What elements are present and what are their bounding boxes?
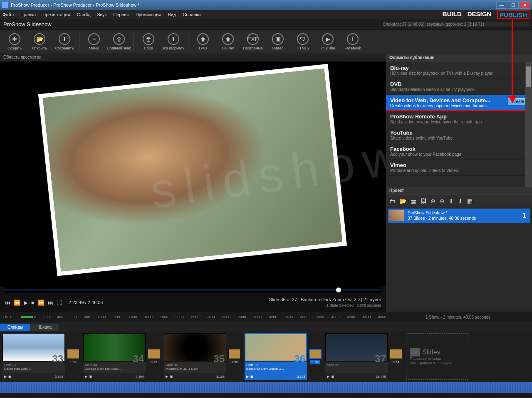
- toolbar-Blu-ray[interactable]: ◉Blu-ray: [216, 31, 240, 53]
- menu-view[interactable]: Вид: [168, 12, 176, 17]
- toolbar-icon: ⬆: [168, 33, 179, 45]
- toolbar-Все форматы[interactable]: ⬆Все форматы: [161, 31, 186, 53]
- scrubber[interactable]: [5, 287, 381, 293]
- scrubber-handle[interactable]: [336, 287, 341, 292]
- menu-presentation[interactable]: Презентация: [42, 12, 70, 17]
- stop-button[interactable]: ■: [31, 300, 35, 306]
- layers-icon[interactable]: ▣: [331, 375, 334, 378]
- timeline[interactable]: Slide 33Depth Pan Dark 233 ▶▣3.1681.32 S…: [0, 331, 532, 382]
- scrollbar-thumb[interactable]: [526, 66, 531, 87]
- tab-slides[interactable]: Слайды: [0, 324, 30, 331]
- mode-publish[interactable]: PUBLISH: [497, 10, 530, 19]
- proj-down-icon[interactable]: ⬇: [458, 198, 463, 204]
- minimize-button[interactable]: —: [496, 1, 507, 9]
- transition[interactable]: 0.54: [388, 333, 404, 380]
- transition[interactable]: 1.32: [307, 333, 324, 380]
- play-icon[interactable]: ▶: [246, 375, 249, 378]
- toolbar-YouTube[interactable]: ▶YouTube: [316, 31, 340, 53]
- dropzone[interactable]: ABSlidesПеретащите сюдафотографию или ви…: [406, 333, 468, 380]
- transition-icon: [148, 349, 160, 359]
- toolbar-HTML5[interactable]: 🛡HTML5: [291, 31, 315, 53]
- publish-item[interactable]: DVDStandard definition video disc for TV…: [386, 79, 532, 95]
- preview-area[interactable]: slidshow: [0, 61, 386, 287]
- toolbar-Водяной знак[interactable]: ◎Водяной знак: [107, 31, 131, 53]
- proj-grid-icon[interactable]: ▦: [467, 198, 473, 204]
- play-icon[interactable]: ▶: [4, 375, 7, 378]
- proj-remove-icon[interactable]: ⊖: [440, 198, 445, 204]
- project-item-num: 1: [522, 212, 529, 219]
- rewind-button[interactable]: ⏪: [14, 300, 20, 306]
- mode-design[interactable]: DESIGN: [468, 10, 492, 19]
- menu-bar: Файл Правка Презентация Слайд Звук Серви…: [0, 10, 532, 19]
- titlebar: ProShow Producer - ProShow Producer - Pr…: [0, 0, 532, 10]
- ruler-label: DVD: [3, 315, 20, 319]
- proj-new-icon[interactable]: 🗀: [389, 198, 395, 204]
- toolbar-Видео[interactable]: ▣Видео: [266, 31, 290, 53]
- mode-build[interactable]: BUILD: [443, 10, 462, 19]
- slide-bottom: ▶▣3.168: [2, 373, 65, 380]
- go-end-button[interactable]: ⏭: [48, 300, 53, 306]
- toolbar-icon: 🗑: [143, 33, 154, 45]
- transition[interactable]: 1.32: [226, 333, 243, 380]
- proj-save-icon[interactable]: 🖴: [411, 198, 416, 204]
- transition[interactable]: 1.32: [65, 333, 82, 380]
- layers-icon[interactable]: ▣: [170, 375, 173, 378]
- ruler: DVD 020040060080010001200140016001800200…: [0, 312, 532, 322]
- slide-number: 36: [294, 353, 305, 365]
- menu-service[interactable]: Сервис: [113, 12, 129, 17]
- toolbar-label: Открыть: [32, 46, 47, 50]
- publish-item[interactable]: Blu-rayHD video disc for playback on TVs…: [386, 62, 532, 79]
- menu-help[interactable]: Справка: [183, 12, 200, 17]
- slide-meta: Slide 33Depth Pan Dark 233: [2, 362, 65, 373]
- menu-slide[interactable]: Слайд: [77, 12, 91, 17]
- toolbar-Открыть[interactable]: 📂Открыть: [27, 31, 52, 53]
- project-item[interactable]: ProShow Slideshow * 37 Slides - 2 minute…: [388, 209, 530, 223]
- toolbar-Сбор[interactable]: 🗑Сбор: [136, 31, 161, 53]
- layers-icon[interactable]: ▣: [250, 375, 254, 378]
- play-icon[interactable]: ▶: [327, 375, 329, 378]
- menu-sound[interactable]: Звук: [97, 12, 107, 17]
- toolbar-Меню[interactable]: ≡Меню: [82, 31, 106, 53]
- toolbar-Программа[interactable]: EXEПрограмма: [241, 31, 265, 53]
- play-icon[interactable]: ▶: [85, 375, 87, 378]
- slide-thumb[interactable]: Slide 35Momentum 3D 1 Dark35 ▶▣3.168: [164, 333, 226, 380]
- toolbar-icon: ◎: [113, 33, 125, 45]
- forward-button[interactable]: ⏩: [38, 300, 45, 306]
- transition[interactable]: 0.72: [146, 333, 162, 380]
- proj-image-icon[interactable]: 🖼: [421, 198, 426, 204]
- publish-item[interactable]: FacebookAdd your show to your Facebook p…: [386, 143, 532, 160]
- slide-thumb[interactable]: Slide 33Depth Pan Dark 233 ▶▣3.168: [2, 333, 65, 380]
- menu-publication[interactable]: Публикация: [136, 12, 161, 17]
- layers-icon[interactable]: ▣: [89, 375, 92, 378]
- menu-edit[interactable]: Правка: [20, 12, 36, 17]
- slide-thumb[interactable]: Slide 3737 ▶▣19.549: [325, 333, 388, 380]
- play-button[interactable]: ▶: [24, 300, 28, 306]
- project-tools: 🗀 📂 🖴 🖼 ⊕ ⊖ ⬆ ⬇ ▦: [386, 195, 532, 207]
- proj-open-icon[interactable]: 📂: [399, 198, 406, 204]
- scrollbar[interactable]: [525, 62, 532, 187]
- publish-item[interactable]: ProShow Remote AppSend a video to your d…: [386, 111, 532, 127]
- publish-item[interactable]: YouTubeShare videos online with YouTube.: [386, 127, 532, 143]
- audio-track[interactable]: [0, 382, 532, 393]
- layers-icon[interactable]: ▣: [8, 375, 12, 378]
- go-start-button[interactable]: ⏮: [5, 300, 10, 306]
- toolbar-DVD[interactable]: ◉DVD: [191, 31, 215, 53]
- toolbar-Создать[interactable]: ✚Создать: [2, 31, 27, 53]
- proj-add-icon[interactable]: ⊕: [431, 198, 435, 204]
- close-button[interactable]: ✕: [520, 1, 530, 9]
- tab-scale[interactable]: Шкала: [31, 324, 59, 331]
- menu-file[interactable]: Файл: [2, 12, 14, 17]
- slide-number: 37: [375, 353, 386, 365]
- slide-thumb[interactable]: Slide 34Collage Dark Landscap...34 ▶▣2.3…: [83, 333, 146, 380]
- play-icon[interactable]: ▶: [166, 375, 168, 378]
- toolbar-label: Видео: [272, 46, 283, 50]
- toolbar-Facebook[interactable]: fFacebook: [341, 31, 365, 53]
- proj-up-icon[interactable]: ⬆: [449, 198, 454, 204]
- publish-item-desc: Produce and upload videos to Vimeo.: [390, 168, 528, 173]
- toolbar-icon: EXE: [247, 33, 259, 45]
- slide-thumb[interactable]: Slide 36Backdrop Dark Zoom O...36 ▶▣3.16…: [245, 333, 307, 380]
- maximize-button[interactable]: ☐: [508, 1, 519, 9]
- publish-item[interactable]: VimeoProduce and upload videos to Vimeo.: [386, 160, 532, 176]
- fullscreen-button[interactable]: ⛶: [57, 300, 62, 306]
- toolbar-Сохранить[interactable]: ⬆Сохранить: [52, 31, 77, 53]
